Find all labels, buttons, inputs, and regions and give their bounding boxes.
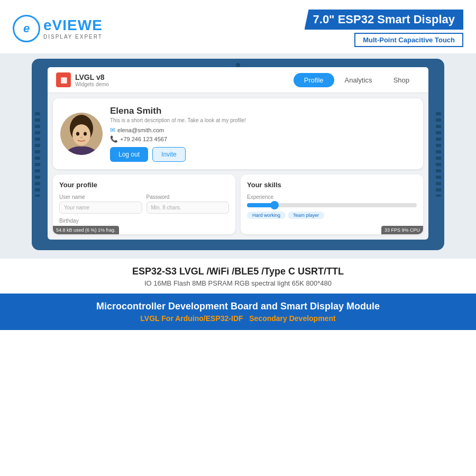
svg-point-2 — [72, 124, 90, 145]
password-label: Password — [147, 194, 230, 200]
lvgl-logo-info: LVGL v8 Widgets demo — [75, 73, 109, 87]
svg-point-3 — [76, 132, 79, 136]
status-right: 33 FPS 9% CPU — [381, 226, 423, 234]
profile-buttons: Log out Invite — [110, 147, 416, 162]
experience-label: Experience — [247, 194, 417, 200]
lvgl-logo-icon: ▦ — [56, 72, 71, 87]
logo-subtitle: DISPLAY EXPERT — [43, 34, 103, 40]
lvgl-logo-text: LVGL v8 — [75, 73, 109, 81]
lvgl-logo: ▦ LVGL v8 Widgets demo — [56, 72, 109, 87]
monitor-section: ▦ LVGL v8 Widgets demo Profile Analytics… — [0, 53, 476, 259]
logo-area: e eVIEWE DISPLAY EXPERT — [13, 15, 103, 42]
profile-avatar — [60, 113, 103, 155]
profile-phone: 📞 +79 246 123 4567 — [110, 135, 416, 143]
birthday-group: Birthday — [59, 218, 229, 224]
svg-point-5 — [80, 137, 83, 139]
specs-main: ESP32-S3 LVGL /WiFi /BLE5 /Type C USRT/T… — [16, 266, 460, 277]
footer-highlight: Secondary Development — [249, 314, 335, 323]
footer-sub: LVGL For Arduino/ESP32-IDF Secondary Dev… — [11, 314, 465, 323]
bottom-panels: Your profile User name Your name Passwor… — [53, 175, 423, 234]
lvgl-header: ▦ LVGL v8 Widgets demo Profile Analytics… — [48, 67, 428, 93]
password-group: Password Min. 8 chars. — [147, 194, 230, 214]
username-input[interactable]: Your name — [59, 202, 142, 214]
lvgl-tabs: Profile Analytics Shop — [294, 73, 420, 87]
specs-sub: IO 16MB Flash 8MB PSRAM RGB spectral lig… — [16, 279, 460, 287]
your-profile-title: Your profile — [59, 181, 229, 189]
password-input[interactable]: Min. 8 chars. — [147, 202, 230, 214]
profile-desc: This is a short description of me. Take … — [110, 117, 416, 123]
svg-point-4 — [84, 132, 87, 136]
monitor-outer: ▦ LVGL v8 Widgets demo Profile Analytics… — [32, 59, 444, 250]
status-left: 54.8 kB used (6 %) 1% frag. — [53, 226, 119, 234]
form-row-1: User name Your name Password Min. 8 char… — [59, 194, 229, 218]
product-title: 7.0" ESP32 Smart Display — [305, 10, 463, 30]
logo-letter: e — [23, 22, 30, 35]
tab-profile[interactable]: Profile — [294, 73, 334, 87]
profile-info: Elena Smith This is a short description … — [110, 106, 416, 162]
experience-progress — [247, 203, 417, 207]
phone-icon: 📞 — [110, 135, 118, 143]
tab-analytics[interactable]: Analytics — [334, 73, 383, 87]
progress-fill — [247, 203, 272, 207]
product-subtitle: Mult-Point Capacitive Touch — [354, 33, 463, 47]
tab-shop[interactable]: Shop — [383, 73, 420, 87]
monitor-screen: ▦ LVGL v8 Widgets demo Profile Analytics… — [48, 67, 428, 240]
profile-card: Elena Smith This is a short description … — [53, 98, 423, 169]
blue-footer: Microcontroller Development Board and Sm… — [0, 294, 476, 330]
progress-dot — [270, 201, 279, 209]
profile-name: Elena Smith — [110, 106, 416, 116]
specs-section: ESP32-S3 LVGL /WiFi /BLE5 /Type C USRT/T… — [0, 259, 476, 294]
logo-brand: eVIEWE — [43, 17, 103, 34]
title-area: 7.0" ESP32 Smart Display Mult-Point Capa… — [305, 10, 463, 47]
lvgl-logo-sub: Widgets demo — [75, 81, 109, 87]
logo-circle: e — [13, 15, 40, 42]
invite-button[interactable]: Invite — [152, 147, 186, 162]
logo-text-area: eVIEWE DISPLAY EXPERT — [43, 17, 103, 40]
logout-button[interactable]: Log out — [110, 147, 148, 162]
lvgl-ui: ▦ LVGL v8 Widgets demo Profile Analytics… — [48, 67, 428, 234]
username-group: User name Your name — [59, 194, 142, 214]
camera-notch — [236, 63, 240, 67]
username-label: User name — [59, 194, 142, 200]
skill-tag-2: Team player — [288, 212, 324, 219]
your-profile-panel: Your profile User name Your name Passwor… — [53, 175, 235, 234]
email-icon: ✉ — [110, 126, 115, 134]
skill-tags: Hard working Team player — [247, 212, 417, 219]
top-section: e eVIEWE DISPLAY EXPERT 7.0" ESP32 Smart… — [0, 0, 476, 53]
your-skills-panel: Your skills Experience Hard working Team… — [241, 175, 423, 234]
your-skills-title: Your skills — [247, 181, 417, 189]
profile-email: ✉ elena@smith.com — [110, 126, 416, 134]
skill-tag-1: Hard working — [247, 212, 286, 219]
footer-main: Microcontroller Development Board and Sm… — [11, 301, 465, 312]
birthday-label: Birthday — [59, 218, 229, 224]
